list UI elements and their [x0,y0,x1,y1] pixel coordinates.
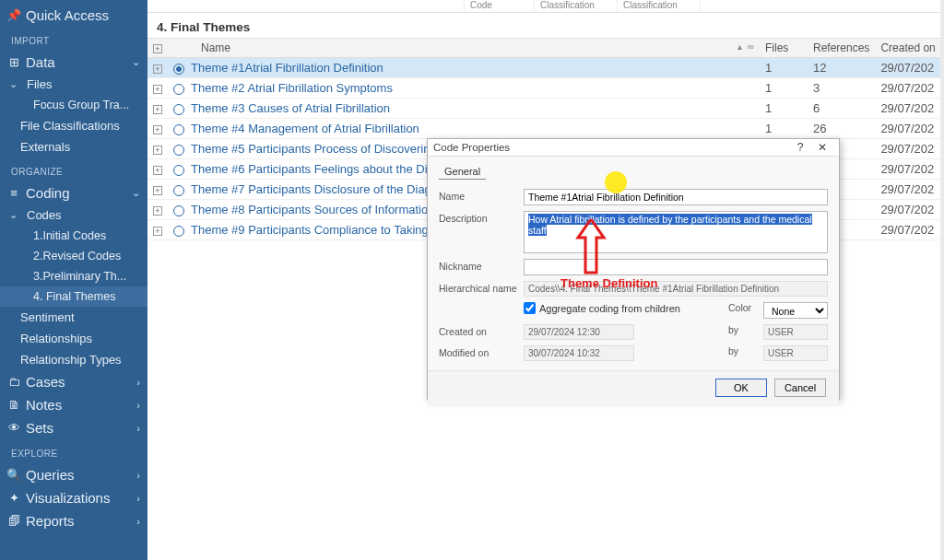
expand-icon[interactable]: + [153,125,162,134]
dialog-titlebar[interactable]: Code Properties ? ✕ [428,139,839,157]
sets-label: Sets [26,420,53,436]
row-name: Theme #5 Participants Process of Discove… [191,142,464,156]
row-date: 29/07/202 [875,99,944,119]
row-date: 29/07/202 [875,78,944,99]
revised-codes-item[interactable]: 2.Revised Codes [0,246,148,266]
externals-item[interactable]: Externals [0,136,148,158]
table-row[interactable]: + Theme #1Atrial Fibrillation Definition… [148,58,944,78]
row-refs: 26 [808,119,875,139]
table-row[interactable]: + Theme #3 Causes of Atrial Fibrillation… [148,99,944,119]
expand-icon[interactable]: + [153,186,162,195]
expand-icon[interactable]: + [153,146,162,155]
row-date: 29/07/202 [875,139,944,159]
codes-item[interactable]: ⌄ Codes [0,204,148,226]
cancel-button[interactable]: Cancel [774,379,826,397]
code-icon [173,185,184,196]
viz-label: Visualizations [26,490,110,506]
name-input[interactable] [524,189,828,205]
notes-group[interactable]: 🗎 Notes › [0,393,148,416]
col-name[interactable]: Name ▴ ∞ [168,39,760,58]
expand-icon[interactable]: + [153,227,162,236]
row-name: Theme #7 Participants Disclosure of the … [191,182,466,196]
aggregate-checkbox-input[interactable] [524,302,536,314]
scrollbar[interactable] [940,0,944,560]
nickname-input[interactable] [524,259,828,275]
nickname-label: Nickname [439,259,524,272]
queries-group[interactable]: 🔍 Queries › [0,463,148,486]
file-classifications-item[interactable]: File Classifications [0,115,148,136]
close-button[interactable]: ✕ [811,139,833,156]
code-icon [173,226,184,237]
code-icon [173,84,184,95]
chevron-right-icon: › [136,377,140,388]
expand-all-icon[interactable]: + [153,44,162,53]
cases-label: Cases [26,374,65,390]
row-name: Theme #1Atrial Fibrillation Definition [191,61,384,75]
coding-label: Coding [26,185,70,201]
reports-group[interactable]: 🗐 Reports › [0,509,148,532]
col-files[interactable]: Files [760,39,808,58]
coding-icon: ≡ [7,187,20,200]
created-value: 29/07/2024 12:30 [524,324,634,340]
sentiment-item[interactable]: Sentiment [0,307,148,328]
column-strip: Code Classification Classification [148,0,944,13]
chevron-right-icon: › [136,516,140,527]
code-icon [173,165,184,176]
quick-access[interactable]: 📌 Quick Access [0,4,148,27]
row-refs: 12 [808,58,875,78]
chevron-right-icon: › [136,470,140,481]
files-item[interactable]: ⌄ Files [0,74,148,95]
row-date: 29/07/202 [875,58,944,78]
col-created[interactable]: Created on [875,39,944,58]
help-button[interactable]: ? [789,139,811,156]
hierarchical-value: Codes\\4. Final Themes\\Theme #1Atrial F… [524,281,828,297]
aggregate-checkbox[interactable]: Aggregate coding from children [524,302,728,314]
row-files: 1 [760,99,808,119]
row-name: Theme #3 Causes of Atrial Fibrillation [191,101,390,115]
expand-icon[interactable]: + [153,105,162,114]
relationships-item[interactable]: Relationships [0,328,148,349]
cases-group[interactable]: 🗀 Cases › [0,370,148,393]
code-icon [173,205,184,216]
modified-label: Modified on [439,345,524,358]
visualizations-group[interactable]: ✦ Visualizations › [0,486,148,509]
row-date: 29/07/202 [875,200,944,220]
expand-icon[interactable]: + [153,85,162,94]
sidebar: 📌 Quick Access IMPORT ⊞ Data ⌄ ⌄ Files F… [0,0,148,560]
data-group[interactable]: ⊞ Data ⌄ [0,51,148,74]
focus-group-item[interactable]: Focus Group Tra... [0,95,148,115]
code-icon [173,145,184,156]
viz-icon: ✦ [7,492,20,505]
expand-icon[interactable]: + [153,64,162,74]
strip-cls2: Classification [618,0,701,12]
row-name: Theme #4 Management of Atrial Fibrillati… [191,122,419,135]
coding-group[interactable]: ≡ Coding ⌄ [0,181,148,204]
chevron-down-icon: ⌄ [9,78,18,90]
code-icon [173,104,184,115]
tab-general[interactable]: General [439,164,486,180]
chevron-down-icon: ⌄ [9,209,18,221]
codes-label: Codes [27,208,62,222]
sets-group[interactable]: 👁 Sets › [0,416,148,439]
table-row[interactable]: + Theme #4 Management of Atrial Fibrilla… [148,119,944,139]
initial-codes-item[interactable]: 1.Initial Codes [0,226,148,246]
ok-button[interactable]: OK [715,379,767,397]
expand-icon[interactable]: + [153,166,162,175]
final-themes-item[interactable]: 4. Final Themes [0,286,148,307]
reports-label: Reports [26,513,75,529]
hierarchical-label: Hierarchical name [439,281,524,294]
row-name: Theme #9 Participants Compliance to Taki… [191,223,458,237]
description-input[interactable]: How Atrial fibrillation is defined by th… [524,211,828,253]
created-label: Created on [439,324,524,337]
strip-code: Code [465,0,535,12]
section-title: 4. Final Themes [148,13,944,38]
col-refs[interactable]: References [808,39,875,58]
preliminary-item[interactable]: 3.Preliminary Th... [0,266,148,286]
table-row[interactable]: + Theme #2 Atrial Fibrillation Symptoms1… [148,78,944,99]
color-select[interactable]: None [763,302,828,319]
chevron-down-icon: ⌄ [132,187,140,199]
row-name: Theme #6 Participants Feelings about the… [191,162,463,176]
row-refs: 3 [808,78,875,99]
relationship-types-item[interactable]: Relationship Types [0,349,148,370]
expand-icon[interactable]: + [153,206,162,216]
